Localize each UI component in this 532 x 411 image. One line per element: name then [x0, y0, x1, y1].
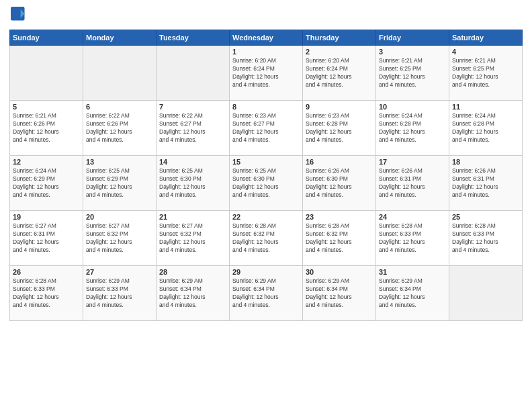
- day-info: Sunrise: 6:23 AM Sunset: 6:27 PM Dayligh…: [232, 112, 300, 144]
- day-info: Sunrise: 6:21 AM Sunset: 6:25 PM Dayligh…: [452, 57, 519, 89]
- day-number: 26: [13, 268, 80, 276]
- day-info: Sunrise: 6:22 AM Sunset: 6:26 PM Dayligh…: [86, 112, 153, 144]
- day-number: 27: [86, 268, 153, 276]
- day-number: 4: [452, 48, 519, 56]
- day-number: 22: [232, 213, 300, 221]
- day-info: Sunrise: 6:29 AM Sunset: 6:33 PM Dayligh…: [86, 277, 153, 310]
- calendar-cell: 24Sunrise: 6:28 AM Sunset: 6:33 PM Dayli…: [376, 211, 449, 266]
- calendar-cell: 11Sunrise: 6:24 AM Sunset: 6:28 PM Dayli…: [449, 101, 523, 156]
- day-info: Sunrise: 6:29 AM Sunset: 6:34 PM Dayligh…: [232, 277, 300, 310]
- day-info: Sunrise: 6:29 AM Sunset: 6:34 PM Dayligh…: [379, 277, 446, 310]
- day-number: 12: [13, 158, 80, 166]
- calendar-cell: 10Sunrise: 6:24 AM Sunset: 6:28 PM Dayli…: [376, 101, 449, 156]
- day-info: Sunrise: 6:25 AM Sunset: 6:30 PM Dayligh…: [232, 167, 300, 199]
- day-info: Sunrise: 6:21 AM Sunset: 6:26 PM Dayligh…: [13, 112, 80, 144]
- calendar-cell: 13Sunrise: 6:25 AM Sunset: 6:29 PM Dayli…: [83, 156, 157, 211]
- day-number: 5: [13, 103, 80, 111]
- calendar-week-row: 5Sunrise: 6:21 AM Sunset: 6:26 PM Daylig…: [10, 101, 523, 156]
- day-number: 29: [232, 268, 300, 276]
- logo: [9, 7, 28, 24]
- day-number: 21: [159, 213, 226, 221]
- calendar-cell: 23Sunrise: 6:28 AM Sunset: 6:32 PM Dayli…: [303, 211, 376, 266]
- calendar-cell: 28Sunrise: 6:29 AM Sunset: 6:34 PM Dayli…: [157, 266, 230, 321]
- day-number: 7: [159, 103, 226, 111]
- day-info: Sunrise: 6:27 AM Sunset: 6:32 PM Dayligh…: [159, 222, 226, 255]
- day-info: Sunrise: 6:28 AM Sunset: 6:33 PM Dayligh…: [452, 222, 519, 255]
- header: [9, 7, 523, 24]
- day-number: 1: [232, 48, 300, 56]
- calendar-cell: [157, 46, 230, 101]
- calendar-cell: 6Sunrise: 6:22 AM Sunset: 6:26 PM Daylig…: [83, 101, 157, 156]
- day-info: Sunrise: 6:22 AM Sunset: 6:27 PM Dayligh…: [159, 112, 226, 144]
- day-info: Sunrise: 6:24 AM Sunset: 6:28 PM Dayligh…: [379, 112, 446, 144]
- day-info: Sunrise: 6:26 AM Sunset: 6:30 PM Dayligh…: [306, 167, 373, 199]
- weekday-header: Tuesday: [157, 30, 230, 46]
- calendar-cell: 19Sunrise: 6:27 AM Sunset: 6:31 PM Dayli…: [10, 211, 83, 266]
- day-info: Sunrise: 6:26 AM Sunset: 6:31 PM Dayligh…: [379, 167, 446, 199]
- day-info: Sunrise: 6:29 AM Sunset: 6:34 PM Dayligh…: [306, 277, 373, 310]
- day-number: 16: [306, 158, 373, 166]
- calendar-cell: 14Sunrise: 6:25 AM Sunset: 6:30 PM Dayli…: [157, 156, 230, 211]
- day-info: Sunrise: 6:25 AM Sunset: 6:30 PM Dayligh…: [159, 167, 226, 199]
- weekday-header: Sunday: [10, 30, 83, 46]
- calendar-body: 1Sunrise: 6:20 AM Sunset: 6:24 PM Daylig…: [10, 46, 523, 321]
- calendar-cell: [83, 46, 157, 101]
- day-number: 15: [232, 158, 300, 166]
- calendar-cell: 12Sunrise: 6:24 AM Sunset: 6:29 PM Dayli…: [10, 156, 83, 211]
- day-number: 10: [379, 103, 446, 111]
- day-info: Sunrise: 6:24 AM Sunset: 6:28 PM Dayligh…: [452, 112, 519, 144]
- weekday-header-row: SundayMondayTuesdayWednesdayThursdayFrid…: [10, 30, 523, 46]
- calendar-week-row: 1Sunrise: 6:20 AM Sunset: 6:24 PM Daylig…: [10, 46, 523, 101]
- day-number: 8: [232, 103, 300, 111]
- logo-icon: [11, 7, 26, 21]
- calendar-cell: 15Sunrise: 6:25 AM Sunset: 6:30 PM Dayli…: [230, 156, 303, 211]
- day-number: 20: [86, 213, 153, 221]
- calendar-week-row: 12Sunrise: 6:24 AM Sunset: 6:29 PM Dayli…: [10, 156, 523, 211]
- weekday-header: Wednesday: [230, 30, 303, 46]
- day-number: 11: [452, 103, 519, 111]
- weekday-header: Saturday: [449, 30, 523, 46]
- calendar-cell: 7Sunrise: 6:22 AM Sunset: 6:27 PM Daylig…: [157, 101, 230, 156]
- calendar-cell: 26Sunrise: 6:28 AM Sunset: 6:33 PM Dayli…: [10, 266, 83, 321]
- day-number: 18: [452, 158, 519, 166]
- day-info: Sunrise: 6:26 AM Sunset: 6:31 PM Dayligh…: [452, 167, 519, 199]
- day-number: 31: [379, 268, 446, 276]
- calendar-cell: [10, 46, 83, 101]
- calendar-cell: 16Sunrise: 6:26 AM Sunset: 6:30 PM Dayli…: [303, 156, 376, 211]
- calendar-cell: 29Sunrise: 6:29 AM Sunset: 6:34 PM Dayli…: [230, 266, 303, 321]
- day-info: Sunrise: 6:28 AM Sunset: 6:33 PM Dayligh…: [379, 222, 446, 255]
- day-info: Sunrise: 6:28 AM Sunset: 6:33 PM Dayligh…: [13, 277, 80, 310]
- weekday-header: Monday: [83, 30, 157, 46]
- calendar-table: SundayMondayTuesdayWednesdayThursdayFrid…: [9, 30, 523, 321]
- day-info: Sunrise: 6:28 AM Sunset: 6:32 PM Dayligh…: [306, 222, 373, 255]
- day-info: Sunrise: 6:23 AM Sunset: 6:28 PM Dayligh…: [306, 112, 373, 144]
- calendar-cell: 20Sunrise: 6:27 AM Sunset: 6:32 PM Dayli…: [83, 211, 157, 266]
- day-number: 24: [379, 213, 446, 221]
- calendar-cell: 18Sunrise: 6:26 AM Sunset: 6:31 PM Dayli…: [449, 156, 523, 211]
- calendar-cell: 17Sunrise: 6:26 AM Sunset: 6:31 PM Dayli…: [376, 156, 449, 211]
- day-number: 19: [13, 213, 80, 221]
- calendar-cell: 31Sunrise: 6:29 AM Sunset: 6:34 PM Dayli…: [376, 266, 449, 321]
- calendar-week-row: 26Sunrise: 6:28 AM Sunset: 6:33 PM Dayli…: [10, 266, 523, 321]
- day-number: 3: [379, 48, 446, 56]
- day-number: 14: [159, 158, 226, 166]
- calendar-page: SundayMondayTuesdayWednesdayThursdayFrid…: [0, 0, 532, 411]
- calendar-cell: 5Sunrise: 6:21 AM Sunset: 6:26 PM Daylig…: [10, 101, 83, 156]
- day-number: 6: [86, 103, 153, 111]
- calendar-cell: 2Sunrise: 6:20 AM Sunset: 6:24 PM Daylig…: [303, 46, 376, 101]
- calendar-cell: 8Sunrise: 6:23 AM Sunset: 6:27 PM Daylig…: [230, 101, 303, 156]
- calendar-cell: [449, 266, 523, 321]
- weekday-header: Friday: [376, 30, 449, 46]
- day-info: Sunrise: 6:25 AM Sunset: 6:29 PM Dayligh…: [86, 167, 153, 199]
- day-info: Sunrise: 6:20 AM Sunset: 6:24 PM Dayligh…: [232, 57, 300, 89]
- calendar-week-row: 19Sunrise: 6:27 AM Sunset: 6:31 PM Dayli…: [10, 211, 523, 266]
- day-info: Sunrise: 6:28 AM Sunset: 6:32 PM Dayligh…: [232, 222, 300, 255]
- calendar-cell: 30Sunrise: 6:29 AM Sunset: 6:34 PM Dayli…: [303, 266, 376, 321]
- calendar-cell: 22Sunrise: 6:28 AM Sunset: 6:32 PM Dayli…: [230, 211, 303, 266]
- weekday-header: Thursday: [303, 30, 376, 46]
- day-info: Sunrise: 6:29 AM Sunset: 6:34 PM Dayligh…: [159, 277, 226, 310]
- day-number: 28: [159, 268, 226, 276]
- day-info: Sunrise: 6:27 AM Sunset: 6:32 PM Dayligh…: [86, 222, 153, 255]
- calendar-cell: 9Sunrise: 6:23 AM Sunset: 6:28 PM Daylig…: [303, 101, 376, 156]
- day-number: 9: [306, 103, 373, 111]
